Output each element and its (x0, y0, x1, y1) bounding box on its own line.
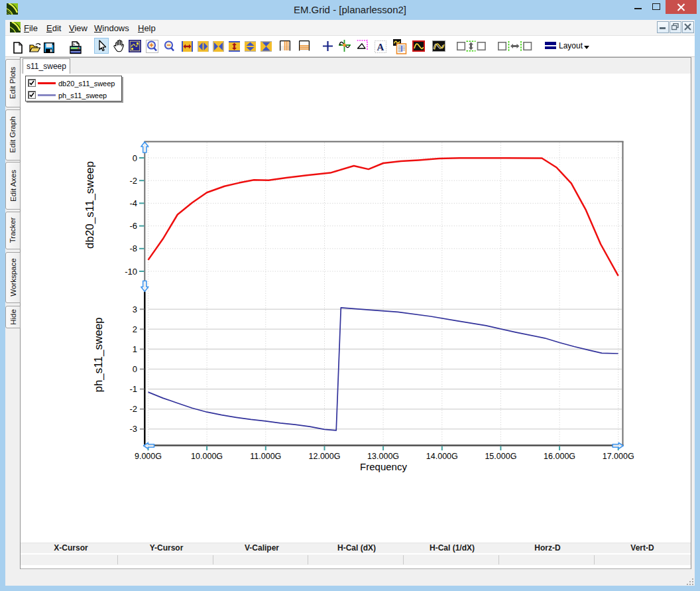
svg-text:-4: -4 (129, 198, 137, 208)
svg-text:0: 0 (133, 364, 137, 374)
svg-text:11.000G: 11.000G (250, 452, 281, 461)
svg-text:12.000G: 12.000G (309, 452, 341, 461)
svg-text:9.000G: 9.000G (135, 452, 162, 461)
svg-text:-3: -3 (129, 424, 137, 434)
svg-text:-2: -2 (129, 176, 137, 186)
svg-text:0: 0 (133, 153, 137, 163)
svg-text:14.000G: 14.000G (426, 452, 458, 461)
svg-text:-6: -6 (129, 221, 137, 231)
svg-text:16.000G: 16.000G (544, 452, 575, 461)
svg-text:10.000G: 10.000G (191, 452, 223, 461)
svg-text:-2: -2 (129, 404, 137, 414)
svg-text:-1: -1 (129, 384, 137, 394)
svg-text:2: 2 (133, 324, 137, 334)
svg-text:Frequency: Frequency (360, 461, 407, 472)
svg-text:db20_s11_sweep: db20_s11_sweep (84, 161, 96, 249)
svg-text:13.000G: 13.000G (367, 452, 399, 461)
svg-text:3: 3 (133, 304, 137, 314)
svg-text:-8: -8 (129, 243, 137, 253)
svg-text:15.000G: 15.000G (485, 452, 516, 461)
svg-text:ph_s11_sweep: ph_s11_sweep (92, 317, 105, 392)
svg-text:17.000G: 17.000G (603, 452, 634, 461)
svg-text:-10: -10 (125, 267, 137, 277)
svg-text:1: 1 (133, 344, 137, 354)
